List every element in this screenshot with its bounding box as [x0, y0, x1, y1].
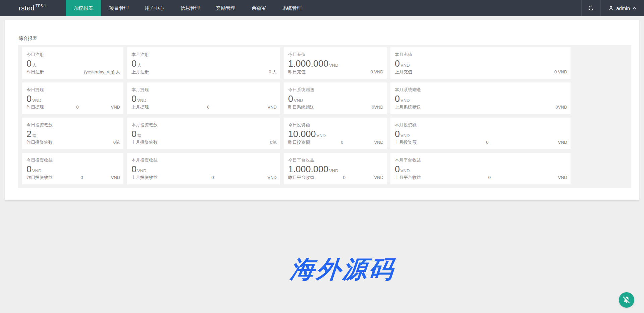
tab-yuebao[interactable]: 余额宝	[244, 0, 274, 16]
stat-value: 1.000.000VND	[288, 59, 383, 69]
stat-label: 本月注册	[131, 52, 277, 58]
prev-right: VND	[268, 175, 277, 180]
prev-right: 0 VND	[554, 69, 567, 74]
stat-previous: 上月投资笔数0笔	[131, 139, 277, 145]
stat-unit: VND	[32, 98, 41, 103]
prev-label: 上月充值	[395, 69, 412, 75]
stat-label: 今日投资收益	[26, 157, 120, 163]
stat-value: 0VND	[395, 164, 567, 175]
prev-mid: 0	[421, 175, 558, 180]
tab-system-manage[interactable]: 系统管理	[274, 0, 310, 16]
stat-value: 0VND	[26, 164, 120, 175]
stat-label: 今日充值	[288, 52, 383, 58]
stat-unit: VND	[294, 98, 303, 103]
stat-label: 今日注册	[26, 52, 120, 58]
stat-number: 0	[288, 94, 293, 104]
stat-number: 0	[395, 164, 400, 175]
stat-number: 0	[26, 94, 32, 104]
stat-previous: 上月注册0 人	[131, 69, 277, 75]
stat-card-month-platform-profit: 本月平台收益 0VND 上月平台收益0VND	[390, 153, 571, 184]
stat-value: 0VND	[395, 129, 567, 139]
notification-mute-fab[interactable]	[619, 292, 634, 308]
prev-mid: 0	[53, 175, 111, 180]
stat-card-today-invest-amount: 今日投资额 10.000VND 昨日投资额0VND	[284, 118, 387, 149]
prev-right: VND	[374, 140, 383, 145]
prev-label: 上月系统赠送	[395, 104, 421, 110]
stat-number: 10.000	[288, 129, 316, 139]
bell-slash-icon	[622, 296, 631, 304]
tab-label: 系统报表	[74, 5, 93, 11]
stat-unit: VND	[329, 63, 338, 68]
stat-unit: 笔	[32, 133, 37, 139]
refresh-icon	[588, 5, 594, 11]
stat-value: 0人	[131, 59, 277, 69]
stat-previous: 上月投资额0VND	[395, 139, 567, 145]
stat-label: 本月充值	[395, 52, 567, 58]
stat-number: 2	[26, 129, 32, 139]
prev-right: VND	[268, 105, 277, 110]
top-navbar: rsted TP5.1 系统报表 项目管理 用户中心 信息管理 奖励管理 余额宝…	[0, 0, 644, 16]
stat-card-month-recharge: 本月充值 0VND 上月充值0 VND	[390, 47, 571, 79]
stat-label: 今日投资笔数	[26, 122, 120, 128]
tab-user-center[interactable]: 用户中心	[137, 0, 172, 16]
app-logo: rsted TP5.1	[0, 0, 46, 16]
stat-unit: VND	[400, 63, 410, 68]
stat-previous: 昨日注册{yesterday_reg} 人	[26, 69, 120, 75]
prev-right: VND	[558, 140, 567, 145]
stat-label: 本月平台收益	[395, 157, 567, 163]
tab-system-report[interactable]: 系统报表	[66, 0, 101, 16]
stat-unit: VND	[329, 168, 338, 173]
stat-label: 今日提现	[26, 87, 120, 93]
stat-unit: VND	[400, 98, 410, 103]
stat-card-month-invest-profit: 本月投资收益 0VND 上月投资收益0VND	[127, 153, 280, 184]
prev-right: {yesterday_reg} 人	[84, 69, 120, 75]
stat-card-today-withdraw: 今日提现 0VND 昨日提现0VND	[22, 82, 123, 114]
prev-label: 上月提现	[131, 104, 149, 110]
stat-card-month-invest-amount: 本月投资额 0VND 上月投资额0VND	[390, 118, 571, 149]
refresh-button[interactable]	[581, 0, 601, 16]
tab-label: 信息管理	[180, 5, 200, 11]
stat-previous: 上月投资收益0VND	[131, 175, 277, 181]
prev-mid: 0	[158, 175, 268, 180]
tab-label: 项目管理	[109, 5, 129, 11]
stat-value: 0VND	[395, 94, 567, 104]
nav-tabs: 系统报表 项目管理 用户中心 信息管理 奖励管理 余额宝 系统管理	[66, 0, 310, 16]
prev-label: 上月投资额	[395, 139, 417, 145]
nav-right-area: admin	[581, 0, 644, 16]
stat-number: 0	[26, 164, 32, 175]
tab-reward-manage[interactable]: 奖励管理	[208, 0, 244, 16]
stat-value: 0VND	[288, 94, 383, 104]
stat-value: 0VND	[131, 164, 277, 175]
stat-card-month-register: 本月注册 0人 上月注册0 人	[127, 47, 280, 79]
tab-project-manage[interactable]: 项目管理	[101, 0, 137, 16]
stat-number: 0	[395, 129, 400, 139]
stat-number: 0	[131, 59, 137, 69]
prev-label: 昨日注册	[26, 69, 44, 75]
stat-number: 0	[395, 59, 400, 69]
report-panel: 综合报表 今日注册 0人 昨日注册{yesterday_reg} 人 本月注册 …	[5, 20, 639, 200]
prev-right: VND	[111, 175, 120, 180]
stat-number: 1.000.000	[288, 164, 328, 175]
stat-value: 2笔	[26, 129, 120, 139]
prev-right: 0 VND	[371, 69, 383, 74]
user-menu[interactable]: admin	[601, 0, 644, 16]
prev-right: VND	[374, 175, 383, 180]
stat-number: 0	[131, 164, 137, 175]
prev-label: 上月投资收益	[131, 175, 158, 181]
stat-value: 0VND	[131, 94, 277, 104]
prev-mid: 0	[417, 140, 558, 145]
stat-unit: VND	[137, 168, 146, 173]
chevron-up-icon	[632, 6, 637, 10]
stat-previous: 上月提现0VND	[131, 104, 277, 110]
stat-unit: 人	[32, 62, 37, 68]
stat-previous: 昨日投资笔数0笔	[26, 139, 120, 145]
stat-unit: 笔	[137, 133, 142, 139]
stat-previous: 昨日平台收益0VND	[288, 175, 383, 181]
prev-label: 昨日投资收益	[26, 175, 53, 181]
tab-info-manage[interactable]: 信息管理	[172, 0, 208, 16]
stat-card-today-platform-profit: 今日平台收益 1.000.000VND 昨日平台收益0VND	[284, 153, 387, 184]
prev-right: 0VND	[372, 105, 383, 110]
stat-unit: VND	[400, 133, 410, 138]
prev-label: 昨日提现	[26, 104, 44, 110]
stat-number: 0	[131, 129, 137, 139]
